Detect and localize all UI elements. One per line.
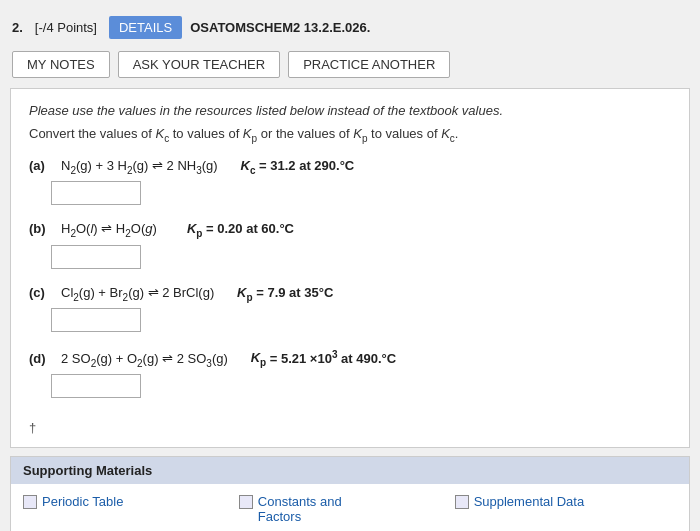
part-b-label: (b) [29, 221, 49, 236]
supplemental-icon [455, 495, 469, 509]
part-b-kval: Kp = 0.20 at 60.°C [169, 221, 294, 239]
part-c: (c) Cl2(g) + Br2(g) ⇌ 2 BrCl(g) Kp = 7.9… [29, 285, 671, 333]
footnote: † [29, 414, 671, 435]
part-d-label: (d) [29, 351, 49, 366]
details-button[interactable]: DETAILS [109, 16, 182, 39]
content-box: Please use the values in the resources l… [10, 88, 690, 448]
part-c-row: (c) Cl2(g) + Br2(g) ⇌ 2 BrCl(g) Kp = 7.9… [29, 285, 671, 303]
supplemental-label: Supplemental Data [474, 494, 585, 509]
part-b: (b) H2O(l) ⇌ H2O(g) Kp = 0.20 at 60.°C [29, 221, 671, 269]
constants-label: Constants andFactors [258, 494, 342, 524]
action-bar: MY NOTES ASK YOUR TEACHER PRACTICE ANOTH… [0, 45, 700, 88]
constants-link[interactable]: Constants andFactors [239, 494, 455, 524]
periodic-table-link[interactable]: Periodic Table [23, 494, 239, 509]
part-c-equation: Cl2(g) + Br2(g) ⇌ 2 BrCl(g) [61, 285, 214, 303]
ask-teacher-button[interactable]: ASK YOUR TEACHER [118, 51, 280, 78]
part-a-answer[interactable] [51, 181, 141, 205]
part-a-row: (a) N2(g) + 3 H2(g) ⇌ 2 NH3(g) Kc = 31.2… [29, 158, 671, 176]
supplemental-link[interactable]: Supplemental Data [455, 494, 671, 509]
part-a-kval: Kc = 31.2 at 290.°C [230, 158, 355, 176]
part-b-answer[interactable] [51, 245, 141, 269]
part-d: (d) 2 SO2(g) + O2(g) ⇌ 2 SO3(g) Kp = 5.2… [29, 348, 671, 398]
periodic-table-label: Periodic Table [42, 494, 123, 509]
part-a: (a) N2(g) + 3 H2(g) ⇌ 2 NH3(g) Kc = 31.2… [29, 158, 671, 206]
periodic-table-icon [23, 495, 37, 509]
supporting-header: Supporting Materials [11, 457, 689, 484]
convert-line: Convert the values of Kc to values of Kp… [29, 126, 671, 144]
instruction-text: Please use the values in the resources l… [29, 103, 671, 118]
problem-number: 2. [12, 20, 23, 35]
practice-another-button[interactable]: PRACTICE ANOTHER [288, 51, 450, 78]
part-c-answer[interactable] [51, 308, 141, 332]
constants-icon [239, 495, 253, 509]
part-d-equation: 2 SO2(g) + O2(g) ⇌ 2 SO3(g) [61, 351, 228, 369]
supporting-links: Periodic Table Constants andFactors Supp… [11, 484, 689, 531]
part-d-kval: Kp = 5.21 ×103 at 490.°C [240, 348, 396, 368]
part-c-kval: Kp = 7.9 at 35°C [226, 285, 333, 303]
my-notes-button[interactable]: MY NOTES [12, 51, 110, 78]
part-c-label: (c) [29, 285, 49, 300]
part-d-row: (d) 2 SO2(g) + O2(g) ⇌ 2 SO3(g) Kp = 5.2… [29, 348, 671, 368]
problem-points: [-/4 Points] [35, 20, 97, 35]
supporting-materials-section: Supporting Materials Periodic Table Cons… [10, 456, 690, 531]
part-b-equation: H2O(l) ⇌ H2O(g) [61, 221, 157, 239]
part-a-equation: N2(g) + 3 H2(g) ⇌ 2 NH3(g) [61, 158, 218, 176]
problem-id: OSATOMSCHEM2 13.2.E.026. [190, 20, 370, 35]
top-bar: 2. [-/4 Points] DETAILS OSATOMSCHEM2 13.… [0, 10, 700, 45]
page-wrapper: 2. [-/4 Points] DETAILS OSATOMSCHEM2 13.… [0, 0, 700, 531]
part-a-label: (a) [29, 158, 49, 173]
part-d-answer[interactable] [51, 374, 141, 398]
part-b-row: (b) H2O(l) ⇌ H2O(g) Kp = 0.20 at 60.°C [29, 221, 671, 239]
